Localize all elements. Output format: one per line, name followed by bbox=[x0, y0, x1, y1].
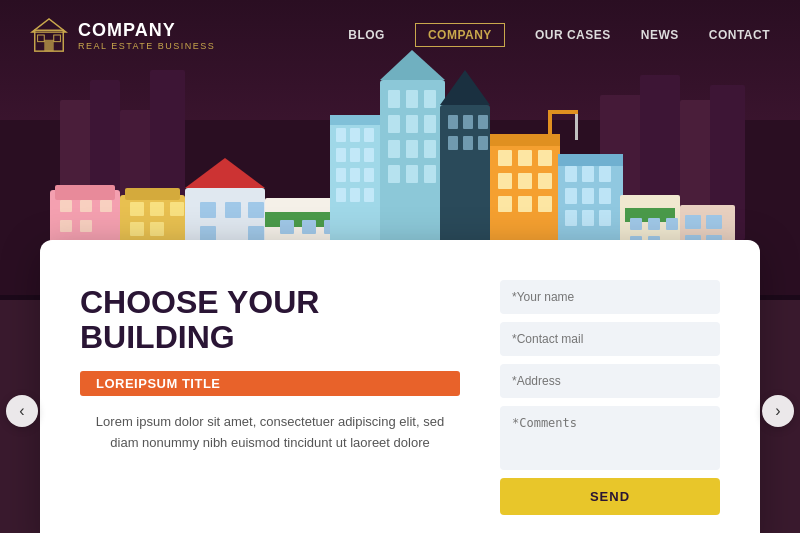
svg-rect-82 bbox=[498, 173, 512, 189]
svg-rect-80 bbox=[518, 150, 532, 166]
svg-rect-84 bbox=[538, 173, 552, 189]
svg-rect-58 bbox=[406, 90, 418, 108]
name-input[interactable] bbox=[500, 280, 720, 314]
orange-tag: LOREIPSUM TITLE bbox=[80, 371, 460, 396]
svg-rect-53 bbox=[350, 188, 360, 202]
svg-rect-94 bbox=[582, 166, 594, 182]
svg-rect-57 bbox=[388, 90, 400, 108]
svg-rect-106 bbox=[666, 218, 678, 230]
svg-rect-87 bbox=[538, 196, 552, 212]
svg-rect-47 bbox=[350, 148, 360, 162]
svg-rect-72 bbox=[463, 115, 473, 129]
svg-rect-104 bbox=[630, 218, 642, 230]
svg-rect-67 bbox=[406, 165, 418, 183]
svg-rect-73 bbox=[478, 115, 488, 129]
svg-rect-52 bbox=[336, 188, 346, 202]
svg-rect-83 bbox=[518, 173, 532, 189]
svg-rect-95 bbox=[599, 166, 611, 182]
svg-rect-22 bbox=[150, 222, 164, 236]
nav-our-cases[interactable]: OUR CASES bbox=[535, 28, 611, 42]
chevron-left-icon: ‹ bbox=[19, 402, 24, 420]
svg-rect-112 bbox=[706, 215, 722, 229]
svg-rect-74 bbox=[448, 136, 458, 150]
svg-rect-34 bbox=[280, 220, 294, 234]
svg-rect-92 bbox=[558, 154, 623, 166]
header: COMPANY REAL ESTATE BUSINESS BLOG COMPAN… bbox=[0, 0, 800, 70]
logo-text-area: COMPANY REAL ESTATE BUSINESS bbox=[78, 20, 215, 51]
svg-rect-46 bbox=[336, 148, 346, 162]
chevron-right-icon: › bbox=[775, 402, 780, 420]
logo-title: COMPANY bbox=[78, 20, 215, 41]
svg-rect-127 bbox=[54, 35, 61, 42]
svg-rect-13 bbox=[100, 200, 112, 212]
contact-form: SEND bbox=[500, 280, 720, 515]
svg-rect-48 bbox=[364, 148, 374, 162]
svg-rect-125 bbox=[44, 40, 54, 51]
nav-news[interactable]: NEWS bbox=[641, 28, 679, 42]
address-input[interactable] bbox=[500, 364, 720, 398]
svg-rect-126 bbox=[38, 35, 45, 42]
prev-arrow-button[interactable]: ‹ bbox=[6, 395, 38, 427]
svg-rect-49 bbox=[336, 168, 346, 182]
logo-subtitle: REAL ESTATE BUSINESS bbox=[78, 41, 215, 51]
svg-rect-26 bbox=[200, 202, 216, 218]
svg-rect-28 bbox=[248, 202, 264, 218]
svg-rect-75 bbox=[463, 136, 473, 150]
svg-rect-96 bbox=[565, 188, 577, 204]
svg-rect-59 bbox=[424, 90, 436, 108]
svg-rect-15 bbox=[80, 220, 92, 232]
svg-rect-42 bbox=[330, 115, 385, 125]
svg-rect-35 bbox=[302, 220, 316, 234]
svg-rect-62 bbox=[424, 115, 436, 133]
svg-rect-71 bbox=[448, 115, 458, 129]
svg-rect-63 bbox=[388, 140, 400, 158]
svg-rect-93 bbox=[565, 166, 577, 182]
svg-rect-79 bbox=[498, 150, 512, 166]
svg-rect-86 bbox=[518, 196, 532, 212]
svg-rect-89 bbox=[548, 110, 578, 114]
svg-rect-18 bbox=[130, 202, 144, 216]
svg-rect-76 bbox=[478, 136, 488, 150]
svg-rect-81 bbox=[538, 150, 552, 166]
nav-blog[interactable]: BLOG bbox=[348, 28, 385, 42]
svg-rect-51 bbox=[364, 168, 374, 182]
svg-rect-27 bbox=[225, 202, 241, 218]
card-left: CHOOSE YOUR BUILDING LOREIPSUM TITLE Lor… bbox=[80, 280, 460, 515]
send-button[interactable]: SEND bbox=[500, 478, 720, 515]
comments-input[interactable] bbox=[500, 406, 720, 470]
main-card: CHOOSE YOUR BUILDING LOREIPSUM TITLE Lor… bbox=[40, 240, 760, 533]
svg-rect-45 bbox=[364, 128, 374, 142]
logo-icon bbox=[30, 16, 68, 54]
svg-rect-66 bbox=[388, 165, 400, 183]
svg-rect-19 bbox=[150, 202, 164, 216]
svg-rect-88 bbox=[548, 110, 552, 140]
svg-rect-61 bbox=[406, 115, 418, 133]
svg-rect-85 bbox=[498, 196, 512, 212]
svg-rect-14 bbox=[60, 220, 72, 232]
svg-rect-68 bbox=[424, 165, 436, 183]
nav-contact[interactable]: CONTACT bbox=[709, 28, 770, 42]
svg-rect-17 bbox=[125, 188, 180, 200]
svg-rect-90 bbox=[575, 114, 578, 140]
svg-rect-60 bbox=[388, 115, 400, 133]
svg-rect-50 bbox=[350, 168, 360, 182]
svg-rect-99 bbox=[565, 210, 577, 226]
svg-rect-21 bbox=[130, 222, 144, 236]
svg-rect-105 bbox=[648, 218, 660, 230]
svg-rect-43 bbox=[336, 128, 346, 142]
nav: BLOG COMPANY OUR CASES NEWS CONTACT bbox=[348, 23, 770, 47]
svg-rect-101 bbox=[599, 210, 611, 226]
svg-rect-20 bbox=[170, 202, 184, 216]
svg-rect-100 bbox=[582, 210, 594, 226]
nav-company[interactable]: COMPANY bbox=[415, 23, 505, 47]
card-title: CHOOSE YOUR BUILDING bbox=[80, 285, 460, 355]
svg-marker-70 bbox=[440, 70, 490, 105]
svg-rect-98 bbox=[599, 188, 611, 204]
svg-rect-65 bbox=[424, 140, 436, 158]
svg-rect-97 bbox=[582, 188, 594, 204]
logo-area: COMPANY REAL ESTATE BUSINESS bbox=[30, 16, 215, 54]
email-input[interactable] bbox=[500, 322, 720, 356]
next-arrow-button[interactable]: › bbox=[762, 395, 794, 427]
svg-rect-44 bbox=[350, 128, 360, 142]
svg-rect-111 bbox=[685, 215, 701, 229]
